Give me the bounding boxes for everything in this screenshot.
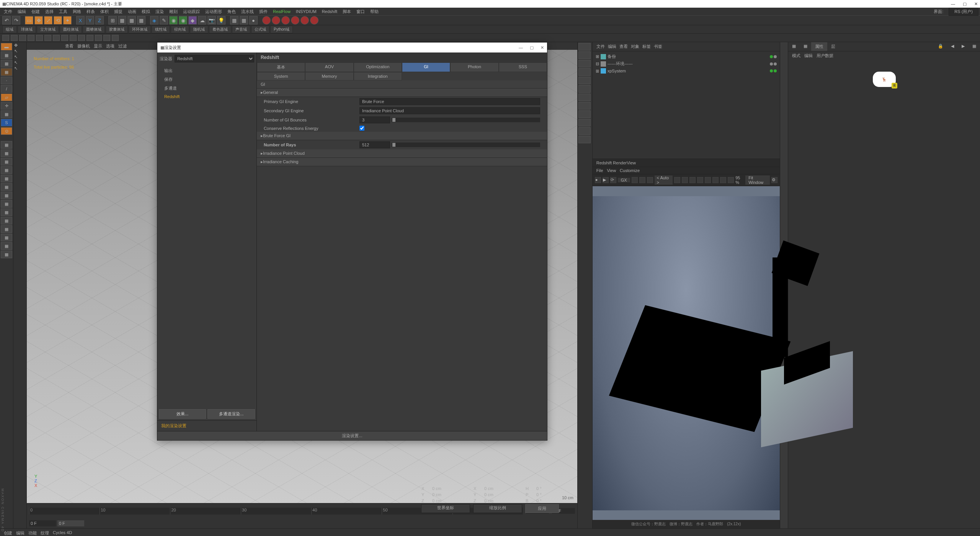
mat-menu-create[interactable]: 创建 xyxy=(4,530,12,536)
vp-tool[interactable] xyxy=(578,136,591,143)
obj-menu-edit[interactable]: 编辑 xyxy=(608,44,616,49)
rv-gx-dropdown[interactable]: GX xyxy=(618,178,630,182)
render-pv-button[interactable]: ▦ xyxy=(127,16,136,25)
tweak-mode[interactable]: ▦ xyxy=(1,110,12,118)
tab-optimization[interactable]: Optimization xyxy=(354,62,402,72)
sculpt-brush[interactable]: ▦ xyxy=(1,192,12,199)
scale-tool[interactable]: ⤢ xyxy=(44,16,52,25)
environment-button[interactable]: ☁ xyxy=(198,16,206,25)
field-formula[interactable]: 公式域 xyxy=(251,26,270,33)
menu-plugins[interactable]: 插件 xyxy=(257,8,270,15)
move-tool-icon[interactable]: ✥ xyxy=(14,43,26,48)
rv-tool[interactable] xyxy=(689,177,696,183)
snap-opt[interactable] xyxy=(53,35,60,41)
conserve-checkbox[interactable] xyxy=(359,126,364,131)
tab-aov[interactable]: AOV xyxy=(305,62,353,72)
snap-opt[interactable] xyxy=(95,35,102,41)
undo-button[interactable]: ↶ xyxy=(2,16,11,25)
apply-button[interactable]: 应用 xyxy=(525,504,559,513)
field-radial[interactable]: 径向域 xyxy=(171,26,189,33)
size-y-input[interactable]: 0 cm xyxy=(484,492,522,497)
coord-dropdown-2[interactable]: 缩放比例 xyxy=(473,504,522,513)
rv-zoom[interactable]: 95 % xyxy=(735,175,744,185)
sculpt-brush[interactable]: ▦ xyxy=(1,183,12,191)
tab-sss[interactable]: SSS xyxy=(499,62,547,72)
vp-menu-display[interactable]: 显示 xyxy=(94,43,102,49)
axis-x-toggle[interactable]: X xyxy=(76,16,85,25)
model-mode[interactable]: ▦ xyxy=(1,51,12,59)
rs-button-4[interactable] xyxy=(291,16,299,25)
viewport-solo[interactable]: S xyxy=(1,119,12,126)
vp-tool[interactable] xyxy=(578,60,591,67)
cursor-tool[interactable]: ↖ xyxy=(14,60,26,65)
snap-opt[interactable] xyxy=(11,35,18,41)
cat-output[interactable]: 输出 xyxy=(157,66,256,75)
render-canvas[interactable] xyxy=(593,186,780,520)
dialog-close[interactable]: ✕ xyxy=(541,45,544,50)
cat-save[interactable]: 保存 xyxy=(157,75,256,84)
bounces-input[interactable]: 3 xyxy=(359,116,390,123)
menu-mograph[interactable]: 运动图形 xyxy=(203,8,224,15)
coord-sys-button[interactable]: ⊞ xyxy=(108,16,117,25)
rs-button-3[interactable] xyxy=(281,16,290,25)
axis-mode[interactable]: ✛ xyxy=(1,102,12,110)
sculpt-brush[interactable]: ▦ xyxy=(1,166,12,174)
sculpt-brush[interactable]: ▦ xyxy=(1,242,12,250)
attr-menu-icon[interactable]: ▦ xyxy=(969,42,980,51)
snap-opt[interactable] xyxy=(112,35,119,41)
rv-auto-dropdown[interactable]: < Auto > xyxy=(655,175,673,185)
rv-tool[interactable] xyxy=(697,177,703,183)
field-cone[interactable]: 圆锥体域 xyxy=(83,26,105,33)
mat-menu-function[interactable]: 功能 xyxy=(28,530,37,536)
snap-opt[interactable] xyxy=(70,35,77,41)
axis-z-toggle[interactable]: Z xyxy=(95,16,104,25)
menu-help[interactable]: 帮助 xyxy=(368,8,381,15)
rs-button-6[interactable] xyxy=(310,16,318,25)
size-z-input[interactable]: 0 cm xyxy=(484,498,522,503)
rs-button-2[interactable] xyxy=(272,16,280,25)
field-python[interactable]: Python域 xyxy=(270,26,293,33)
attr-fwd-icon[interactable]: ▶ xyxy=(958,42,969,51)
field-cube[interactable]: 立方体域 xyxy=(37,26,59,33)
cursor-tool[interactable]: ↖ xyxy=(14,49,26,54)
menu-volume[interactable]: 体积 xyxy=(98,8,111,15)
rays-slider[interactable] xyxy=(392,143,540,147)
rv-ipr-button[interactable]: ▶ xyxy=(603,177,609,183)
cursor-tool[interactable]: ↖ xyxy=(14,54,26,59)
rv-tool[interactable] xyxy=(639,177,645,183)
subdiv-button[interactable]: ◉ xyxy=(169,16,178,25)
poly-mode[interactable]: ▱ xyxy=(1,93,12,101)
mat-menu-edit[interactable]: 编辑 xyxy=(16,530,24,536)
rot-p-input[interactable]: 0 ° xyxy=(536,492,559,497)
tab-layers-icon[interactable]: ▦ xyxy=(800,42,811,51)
menu-spline[interactable]: 样条 xyxy=(84,8,97,15)
snap-opt[interactable] xyxy=(61,35,68,41)
move-tool[interactable]: ✥ xyxy=(34,16,43,25)
snap-toggle[interactable] xyxy=(2,35,9,41)
rv-tool[interactable] xyxy=(647,177,653,183)
attr-lock-icon[interactable]: 🔒 xyxy=(934,42,947,51)
tab-takes-icon[interactable]: ▦ xyxy=(788,42,800,51)
size-x-input[interactable]: 0 cm xyxy=(484,486,522,491)
vp-tool[interactable] xyxy=(578,119,591,126)
menu-pipeline[interactable]: 流水线 xyxy=(239,8,256,15)
vp-tool[interactable] xyxy=(578,68,591,76)
tab-system[interactable]: System xyxy=(257,72,305,80)
field-random[interactable]: 随机域 xyxy=(190,26,208,33)
sculpt-brush[interactable]: ▦ xyxy=(1,200,12,208)
menu-snap[interactable]: 捕捉 xyxy=(112,8,125,15)
tab-layer[interactable]: 层 xyxy=(827,42,839,51)
menu-simulate[interactable]: 模拟 xyxy=(139,8,152,15)
field-group[interactable]: 组域 xyxy=(2,26,17,33)
rv-menu-view[interactable]: View xyxy=(607,168,616,173)
vp-menu-options[interactable]: 选项 xyxy=(106,43,114,49)
pos-y-input[interactable]: 0 cm xyxy=(432,492,470,497)
tool-button[interactable]: ▦ xyxy=(240,16,248,25)
axis-y-toggle[interactable]: Y xyxy=(86,16,94,25)
sculpt-brush[interactable]: ▦ xyxy=(1,217,12,225)
redo-button[interactable]: ↷ xyxy=(12,16,20,25)
vp-tool[interactable] xyxy=(578,43,591,51)
vp-tool[interactable] xyxy=(578,127,591,135)
tab-gi[interactable]: GI xyxy=(402,62,450,72)
cursor-tool[interactable]: ↖ xyxy=(14,66,26,71)
